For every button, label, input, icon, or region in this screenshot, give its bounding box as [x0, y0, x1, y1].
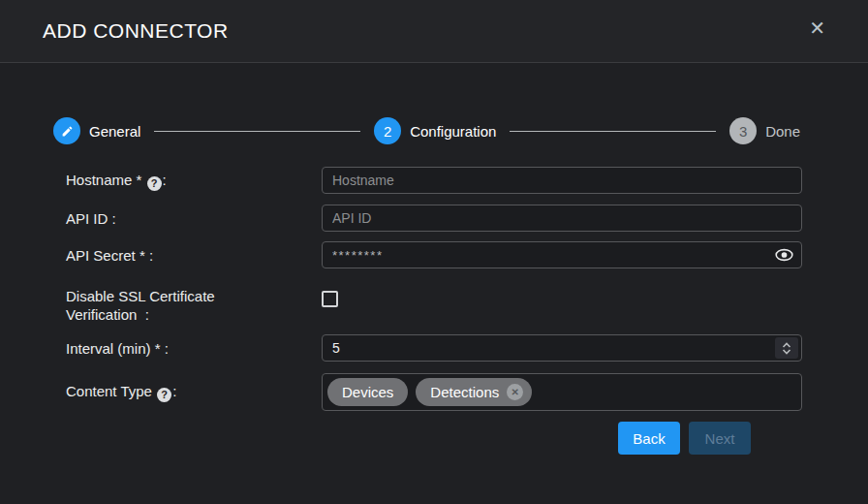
step-done: 3 Done — [729, 117, 800, 144]
help-icon[interactable]: ? — [157, 388, 171, 402]
next-button[interactable]: Next — [689, 422, 751, 455]
api-id-input[interactable] — [322, 205, 802, 232]
add-connector-dialog: ADD CONNECTOR ✕ General 2 Configuration … — [0, 0, 868, 504]
api-id-row: API ID : — [66, 205, 802, 232]
dialog-footer: Back Next — [66, 422, 802, 455]
interval-label: Interval (min) * : — [66, 339, 322, 358]
connector-form: Hostname * ?: API ID : API Secret * : — [0, 167, 868, 455]
api-secret-input[interactable] — [322, 241, 802, 268]
step-done-circle: 3 — [729, 117, 757, 144]
disable-ssl-checkbox[interactable] — [322, 291, 338, 307]
step-general-label: General — [89, 123, 140, 140]
chip-remove-icon[interactable]: ✕ — [507, 384, 523, 400]
step-general-circle[interactable] — [53, 117, 80, 144]
close-icon[interactable]: ✕ — [809, 18, 825, 38]
stepper-connector — [154, 131, 360, 132]
step-done-label: Done — [765, 123, 800, 140]
pencil-icon — [61, 125, 74, 138]
chip-detections: Detections ✕ — [416, 378, 532, 406]
hostname-row: Hostname * ?: — [66, 167, 802, 194]
api-id-label: API ID : — [66, 209, 322, 228]
step-configuration[interactable]: 2 Configuration — [374, 117, 496, 144]
step-configuration-circle[interactable]: 2 — [374, 117, 401, 144]
step-general[interactable]: General — [53, 117, 140, 144]
content-type-label: Content Type ?: — [66, 382, 322, 402]
show-password-eye-icon[interactable] — [775, 248, 793, 263]
chevron-up-icon — [782, 342, 791, 348]
stepper-connector — [510, 131, 716, 132]
help-icon[interactable]: ? — [147, 176, 162, 191]
wizard-stepper: General 2 Configuration 3 Done — [53, 117, 800, 144]
step-configuration-label: Configuration — [410, 123, 496, 140]
hostname-input[interactable] — [322, 167, 802, 194]
dialog-header: ADD CONNECTOR ✕ — [0, 0, 868, 63]
content-type-multiselect[interactable]: Devices Detections ✕ — [322, 373, 802, 411]
api-secret-row: API Secret * : — [66, 241, 802, 268]
interval-input[interactable] — [322, 334, 802, 362]
hostname-label: Hostname * ?: — [66, 171, 322, 191]
back-button[interactable]: Back — [618, 422, 680, 455]
disable-ssl-row: Disable SSL Certificate Verification : — [66, 287, 802, 324]
chip-devices: Devices — [327, 378, 408, 406]
required-mark: * — [137, 172, 142, 188]
dialog-title: ADD CONNECTOR — [43, 19, 229, 43]
interval-row: Interval (min) * : — [66, 334, 802, 362]
content-type-row: Content Type ?: Devices Detections ✕ — [66, 373, 802, 411]
disable-ssl-label: Disable SSL Certificate Verification : — [66, 287, 322, 324]
chevron-down-icon — [782, 349, 791, 355]
api-secret-label: API Secret * : — [66, 246, 322, 265]
number-stepper[interactable] — [775, 337, 798, 359]
